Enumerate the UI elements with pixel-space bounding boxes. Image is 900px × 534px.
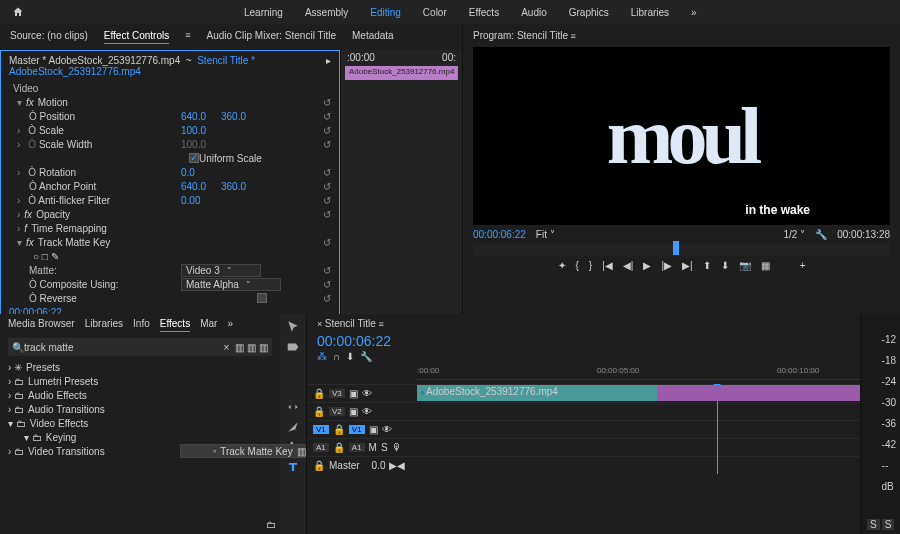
tab-info[interactable]: Info xyxy=(133,318,150,332)
fit-select[interactable]: Fit ˅ xyxy=(536,229,555,240)
track-lock-icon[interactable]: 🔒 xyxy=(313,406,325,417)
reset-icon[interactable]: ↺ xyxy=(323,209,331,220)
timeline-title[interactable]: × Stencil Title ≡ xyxy=(307,314,860,333)
track-lock-icon[interactable]: 🔒 xyxy=(333,442,345,453)
meter-icon[interactable]: ▶◀ xyxy=(389,460,405,471)
play-icon[interactable]: ▶ xyxy=(643,260,651,271)
button-editor-icon[interactable]: + xyxy=(800,260,806,271)
reset-icon[interactable]: ↺ xyxy=(323,265,331,276)
voice-icon[interactable]: 🎙 xyxy=(392,442,402,453)
program-left-tc[interactable]: 00:00:06:22 xyxy=(473,229,526,240)
effects-search[interactable]: 🔍 × ▥ ▥ ▥ xyxy=(8,338,272,356)
val-position-x[interactable]: 640.0 xyxy=(181,111,206,122)
export-frame-icon[interactable]: 📷 xyxy=(739,260,751,271)
eye-icon[interactable]: 👁 xyxy=(382,424,392,435)
eye-icon[interactable]: 👁 xyxy=(362,388,372,399)
extract-icon[interactable]: ⬇ xyxy=(721,260,729,271)
reset-icon[interactable]: ↺ xyxy=(323,293,331,304)
val-scale[interactable]: 100.0 xyxy=(181,125,206,136)
master-val[interactable]: 0.0 xyxy=(372,460,386,471)
ripple-tool-icon[interactable] xyxy=(286,360,300,374)
go-out-icon[interactable]: ▶| xyxy=(682,260,693,271)
ec-mini-timeline[interactable]: :00:0000: AdobeStock_253912776.mp4 xyxy=(340,50,462,321)
tab-audio-mixer[interactable]: Audio Clip Mixer: Stencil Title xyxy=(206,30,336,44)
track-a1-label[interactable]: A1 xyxy=(349,443,365,452)
tab-source[interactable]: Source: (no clips) xyxy=(10,30,88,44)
solo-icon[interactable]: S xyxy=(381,442,388,453)
tab-effects[interactable]: Effects xyxy=(160,318,190,332)
reset-icon[interactable]: ↺ xyxy=(323,111,331,122)
val-rotation[interactable]: 0.0 xyxy=(181,167,195,178)
toggle-output-icon[interactable]: ▣ xyxy=(349,406,358,417)
razor-tool-icon[interactable] xyxy=(286,380,300,394)
linked-sel-icon[interactable]: ∩ xyxy=(333,351,340,362)
reset-icon[interactable]: ↺ xyxy=(323,97,331,108)
ws-learning[interactable]: Learning xyxy=(244,7,283,18)
track-lock-icon[interactable]: 🔒 xyxy=(313,388,325,399)
search-input[interactable] xyxy=(24,342,224,353)
pen-tool-icon[interactable] xyxy=(286,420,300,434)
fx-time-remap[interactable]: Time Remapping xyxy=(31,223,107,234)
uniform-scale-checkbox[interactable] xyxy=(189,153,199,163)
reset-icon[interactable]: ↺ xyxy=(323,167,331,178)
val-flicker[interactable]: 0.00 xyxy=(181,195,200,206)
solo-right[interactable]: S xyxy=(882,519,895,530)
ws-assembly[interactable]: Assembly xyxy=(305,7,348,18)
compare-icon[interactable]: ▦ xyxy=(761,260,770,271)
eye-icon[interactable]: 👁 xyxy=(362,406,372,417)
step-back-icon[interactable]: ◀| xyxy=(623,260,634,271)
program-scrubber[interactable] xyxy=(473,244,890,256)
track-v2-label[interactable]: V2 xyxy=(329,407,345,416)
reset-icon[interactable]: ↺ xyxy=(323,279,331,290)
mark-in-icon[interactable]: { xyxy=(576,260,579,271)
ec-clip-bar[interactable]: AdobeStock_253912776.mp4 xyxy=(345,66,458,80)
src-a1[interactable]: A1 xyxy=(313,443,329,452)
val-anchor-x[interactable]: 640.0 xyxy=(181,181,206,192)
reset-icon[interactable]: ↺ xyxy=(323,125,331,136)
fx-motion[interactable]: Motion xyxy=(38,97,68,108)
mark-out-icon[interactable]: } xyxy=(589,260,592,271)
resolution-select[interactable]: 1/2 ˅ xyxy=(783,229,805,240)
disclosure-icon[interactable]: ▾ xyxy=(17,97,22,108)
tree-presets[interactable]: › ✳ Presets xyxy=(8,360,272,374)
master-clip[interactable]: Master * AdobeStock_253912776.mp4 xyxy=(9,55,180,66)
ws-graphics[interactable]: Graphics xyxy=(569,7,609,18)
fx-opacity[interactable]: Opacity xyxy=(36,209,70,220)
ws-libraries[interactable]: Libraries xyxy=(631,7,669,18)
go-in-icon[interactable]: |◀ xyxy=(602,260,613,271)
timeline-ruler[interactable]: :00:00 00:00:05:00 00:00:10:00 00:00:15: xyxy=(417,364,860,380)
lift-icon[interactable]: ⬆ xyxy=(703,260,711,271)
slip-tool-icon[interactable] xyxy=(286,400,300,414)
track-v3-label[interactable]: V3 xyxy=(329,389,345,398)
mask-icons[interactable]: ○ □ ✎ xyxy=(33,251,59,262)
tabs-overflow[interactable]: » xyxy=(227,318,233,332)
val-anchor-y[interactable]: 360.0 xyxy=(221,181,246,192)
ws-audio[interactable]: Audio xyxy=(521,7,547,18)
toggle-output-icon[interactable]: ▣ xyxy=(349,388,358,399)
tree-lumetri[interactable]: › 🗀 Lumetri Presets xyxy=(8,374,272,388)
tree-audio-fx[interactable]: › 🗀 Audio Effects xyxy=(8,388,272,402)
reset-icon[interactable]: ↺ xyxy=(323,195,331,206)
fx-badge-icons[interactable]: ▥ ▥ ▥ xyxy=(235,342,268,353)
track-lock-icon[interactable]: 🔒 xyxy=(333,424,345,435)
program-right-tc[interactable]: 00:00:13:28 xyxy=(837,229,890,240)
ws-editing[interactable]: Editing xyxy=(370,7,401,18)
add-marker-icon[interactable]: ✦ xyxy=(558,260,566,271)
selection-tool-icon[interactable] xyxy=(286,320,300,334)
tab-metadata[interactable]: Metadata xyxy=(352,30,394,44)
toggle-output-icon[interactable]: ▣ xyxy=(369,424,378,435)
tree-video-fx[interactable]: ▾ 🗀 Video Effects xyxy=(8,416,272,430)
step-fwd-icon[interactable]: |▶ xyxy=(661,260,672,271)
marker-icon[interactable]: ⬇ xyxy=(346,351,354,362)
clear-search-icon[interactable]: × xyxy=(224,342,230,353)
mute-icon[interactable]: M xyxy=(369,442,377,453)
track-lock-icon[interactable]: 🔒 xyxy=(313,460,325,471)
program-monitor[interactable]: mogul in the wake xyxy=(473,47,890,225)
reset-icon[interactable]: ↺ xyxy=(323,181,331,192)
new-bin-icon[interactable]: 🗀 xyxy=(266,519,276,530)
toggle-timeline-icon[interactable]: ▸ xyxy=(326,55,331,77)
timeline-tracks[interactable]: 🔒V3▣👁▫ mogul 🔒V2▣👁fx AdobeStock_25391277… xyxy=(307,384,860,474)
src-v1[interactable]: V1 xyxy=(313,425,329,434)
matte-select[interactable]: Video 3 ˅ xyxy=(181,264,261,277)
val-position-y[interactable]: 360.0 xyxy=(221,111,246,122)
